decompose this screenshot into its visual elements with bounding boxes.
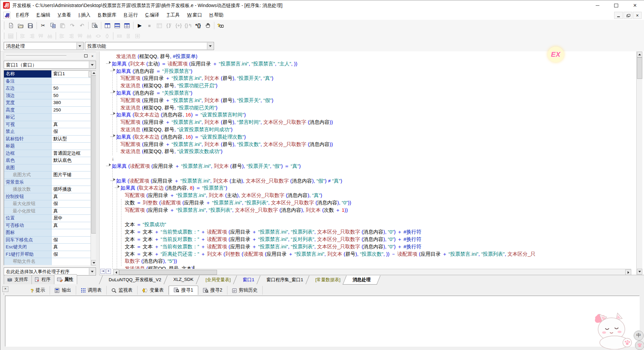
child-restore-button[interactable] bbox=[624, 12, 632, 19]
code-line[interactable]: 如果真 (读配置项 (应用目录 ＋ “投票禁言.ini”, 到文本 (群号), … bbox=[112, 162, 301, 169]
property-row[interactable]: 底图方式图片平铺 bbox=[4, 171, 96, 179]
property-value[interactable]: 真 bbox=[52, 121, 96, 128]
property-value[interactable]: 假 bbox=[52, 237, 96, 244]
object-selector-combobox[interactable]: 窗口1（窗口） bbox=[4, 61, 96, 69]
panel-tab-属性[interactable]: 属性 bbox=[54, 274, 77, 284]
scroll-up-icon[interactable] bbox=[637, 52, 642, 57]
property-value[interactable] bbox=[52, 114, 96, 121]
property-value[interactable]: 50 bbox=[52, 85, 96, 92]
code-editor[interactable]: 发送消息 (框架QQ, 群号, #投票菜单)如果真 (到文本 (主动) ＝ 读配… bbox=[99, 51, 644, 275]
dock-tab-变量表[interactable]: 变量表 bbox=[138, 286, 169, 295]
property-row[interactable]: 备注 bbox=[4, 78, 96, 85]
code-line[interactable]: 写配置项 (应用目录 ＋ “投票禁言.ini”, 到文本 (群号), “禁言时间… bbox=[120, 118, 333, 126]
object-selector-arrow-icon[interactable] bbox=[89, 61, 95, 68]
property-row[interactable]: 最小化按钮真 bbox=[4, 208, 96, 215]
menu-W[interactable]: W.窗口 bbox=[183, 11, 206, 19]
property-row[interactable]: F1键打开帮助假 bbox=[4, 251, 96, 258]
property-row[interactable]: 回车下移焦点假 bbox=[4, 237, 96, 244]
panel-gripper[interactable] bbox=[6, 55, 66, 57]
document-tab-[常量数据表][interactable]: [常量数据表] bbox=[309, 275, 346, 285]
property-value[interactable] bbox=[52, 78, 96, 85]
scroll-up-icon[interactable] bbox=[91, 70, 96, 76]
property-value[interactable]: 默认底色 bbox=[52, 157, 96, 164]
property-row[interactable]: 位置居中 bbox=[4, 215, 96, 222]
property-value[interactable] bbox=[52, 143, 96, 150]
run-to-cursor-button[interactable]: *{} bbox=[193, 21, 203, 30]
layout-grid-button[interactable] bbox=[122, 21, 132, 30]
code-line[interactable]: 发送消息 (框架QQ, 群号, 文本) bbox=[125, 265, 194, 269]
dock-close-button[interactable]: × bbox=[2, 286, 8, 292]
code-line[interactable]: 文本 ＝ 文本 ＋ “当前赞成票数：” ＋ 读配置项 (应用目录 ＋ “投票禁言… bbox=[125, 228, 421, 235]
menu-V[interactable]: V.查看 bbox=[54, 11, 75, 19]
property-row[interactable]: 顶边50 bbox=[4, 92, 96, 100]
dock-tab-提示[interactable]: ?提示 bbox=[26, 286, 50, 295]
property-value[interactable]: 250 bbox=[52, 107, 96, 114]
property-row[interactable]: 禁止假 bbox=[4, 128, 96, 136]
property-row[interactable]: 名称窗口1… bbox=[4, 70, 96, 78]
property-value[interactable]: 假 bbox=[52, 128, 96, 135]
code-line[interactable]: 如果真 (到文本 (主动) ＝ 读配置项 (应用目录 ＋ “投票禁言.ini”,… bbox=[112, 60, 297, 67]
panel-tab-程序[interactable]: 程序 bbox=[32, 275, 54, 284]
property-row[interactable]: 底色默认底色 bbox=[4, 157, 96, 164]
scroll-down-icon[interactable] bbox=[637, 269, 642, 274]
toolbar-gripper[interactable] bbox=[2, 33, 4, 39]
scrollbar-thumb[interactable] bbox=[119, 270, 217, 275]
menu-R[interactable]: R.运行 bbox=[120, 11, 142, 19]
panel-float-button[interactable] bbox=[83, 53, 89, 58]
minimize-button[interactable] bbox=[588, 0, 607, 10]
bookmark-button[interactable]: ⇥ bbox=[100, 269, 105, 274]
help-find-button[interactable]: ? bbox=[216, 21, 225, 30]
document-tab-DuLuNTQQ_开发模板_V2[interactable]: DuLuNTQQ_开发模板_V2 bbox=[103, 275, 167, 285]
save-button[interactable] bbox=[25, 21, 35, 30]
dock-tab-搜寻1[interactable]: 搜寻1 bbox=[169, 286, 198, 295]
property-value[interactable]: 循环播放 bbox=[52, 186, 96, 193]
layout-horizontal-button[interactable] bbox=[112, 21, 122, 30]
dock-tab-调用表[interactable]: 调用表 bbox=[76, 286, 107, 295]
dock-tab-搜寻2[interactable]: 搜寻2 bbox=[198, 286, 227, 295]
dock-tab-监视表[interactable]: 监视表 bbox=[107, 286, 138, 295]
menu-T[interactable]: T.工具 bbox=[163, 11, 183, 19]
scroll-right-icon[interactable] bbox=[625, 269, 631, 275]
code-line[interactable]: 发送消息 (框架QQ, 群号, “设置投票禁言时间成功”) bbox=[120, 126, 232, 133]
property-row[interactable]: 边框普通固定边框 bbox=[4, 150, 96, 157]
property-panel-titlebar[interactable]: × bbox=[4, 52, 97, 60]
property-row[interactable]: 背景音乐 bbox=[4, 179, 96, 186]
code-line[interactable]: 取数字 (消息内容), “5”)) bbox=[125, 257, 177, 264]
fold-button[interactable]: + bbox=[106, 269, 111, 274]
code-line[interactable]: 如果 (读配置项 (应用目录 ＋ “投票禁言.ini”, 到文本 (主动), 文… bbox=[116, 177, 342, 184]
property-row[interactable]: 鼠标指针默认型 bbox=[4, 136, 96, 143]
child-minimize-button[interactable] bbox=[614, 12, 623, 19]
pause-hand-button[interactable] bbox=[203, 21, 213, 30]
editor-horizontal-scrollbar[interactable] bbox=[113, 269, 631, 275]
scrollbar-thumb[interactable] bbox=[637, 57, 642, 79]
assembly-combobox[interactable]: 消息处理 bbox=[4, 42, 84, 50]
code-line[interactable]: 写配置项 (应用目录 ＋ “投票禁言.ini”, 到文本 (群号), “投票开关… bbox=[120, 97, 273, 104]
property-value[interactable]: 真 bbox=[52, 244, 96, 251]
code-line[interactable]: 发送消息 (框架QQ, 群号, “设置投票次数成功”) bbox=[120, 148, 222, 155]
code-line[interactable]: 文本 ＝ 文本 ＋ “当前有效票数：” ＋ 读配置项 (应用目录 ＋ “投票禁言… bbox=[125, 243, 421, 250]
dock-tab-剪辑历史[interactable]: 剪辑历史 bbox=[227, 286, 263, 295]
menu-E[interactable]: E.编辑 bbox=[33, 11, 54, 19]
panel-splitter[interactable] bbox=[96, 51, 99, 275]
corner-badge-2[interactable] bbox=[635, 341, 644, 350]
assembly-combobox-arrow-icon[interactable] bbox=[76, 43, 83, 49]
panel-close-button[interactable]: × bbox=[90, 53, 95, 58]
property-row[interactable]: 最大化按钮假 bbox=[4, 200, 96, 208]
dock-tab-输出[interactable]: 输出 bbox=[50, 286, 76, 295]
code-line[interactable]: 发送消息 (框架QQ, 群号, #投票菜单) bbox=[116, 53, 198, 60]
code-line[interactable]: 写配置项 (应用目录 ＋ “投票禁言.ini”, 到文本 (主动), 文本区分_… bbox=[125, 192, 322, 199]
code-line[interactable]: 文本 ＝ 文本 ＋ “距离处罚还需：” ＋ 到文本 (到整数 (读配置项 (应用… bbox=[125, 250, 535, 257]
code-line[interactable]: 写配置项 (应用目录 ＋ “投票禁言.ini”, “投票列表”, 文本区分_只取… bbox=[125, 206, 348, 213]
property-value[interactable]: 假 bbox=[52, 251, 96, 258]
menu-H[interactable]: H.帮助 bbox=[206, 11, 227, 19]
menu-I[interactable]: I.插入 bbox=[75, 11, 94, 19]
menu-F[interactable]: F.程序 bbox=[12, 11, 33, 19]
property-row[interactable]: 播放次数循环播放 bbox=[4, 186, 96, 193]
new-file-button[interactable] bbox=[6, 21, 16, 30]
code-line[interactable]: 如果真 (取文本左边 (消息内容, 8) ＝ “投票禁言”) bbox=[120, 184, 227, 191]
search-results-panel[interactable] bbox=[5, 296, 640, 347]
code-line[interactable]: 文本 ＝ 文本 ＋ “当前反对票数：” ＋ 读配置项 (应用目录 ＋ “投票禁言… bbox=[125, 236, 421, 243]
document-tab-消息处理[interactable]: 消息处理 bbox=[346, 275, 377, 285]
layout-vertical-button[interactable] bbox=[103, 21, 112, 30]
property-value[interactable] bbox=[52, 164, 96, 171]
